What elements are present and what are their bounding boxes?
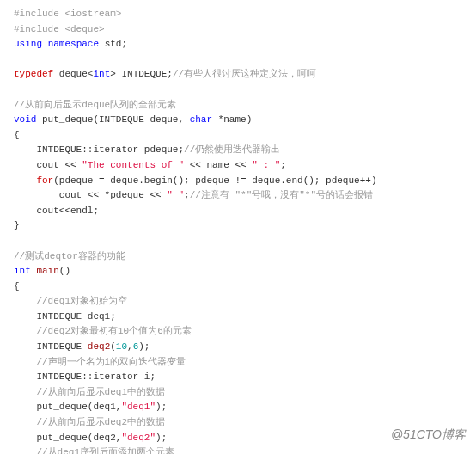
code-token: //从deq1序列后面添加两个元素	[36, 447, 174, 454]
code-token: );	[156, 402, 167, 412]
code-line: INTDEQUE::iterator pdeque;//仍然使用迭代器输出	[14, 143, 462, 158]
code-line	[14, 52, 462, 68]
code-token: char	[190, 114, 212, 125]
code-token: INTDEQUE::iterator pdeque;	[14, 144, 184, 155]
code-line: cout << "The contents of " << name << " …	[14, 158, 462, 174]
code-token: typedef	[14, 69, 53, 79]
code-token: );	[138, 341, 150, 352]
code-token: cout <<	[14, 160, 82, 170]
code-token: > INTDEQUE;	[110, 69, 173, 79]
code-token: //从前向后显示deq2中的数据	[36, 417, 165, 427]
code-line: void put_deque(INTDEQUE deque, char *nam…	[14, 113, 462, 128]
code-token: deq2	[88, 341, 110, 352]
code-token: ()	[59, 266, 70, 276]
code-line: INTDEQUE deq2(10,6);	[14, 340, 462, 355]
code-token: //仍然使用迭代器输出	[184, 144, 280, 155]
code-token: "The contents of "	[82, 160, 184, 170]
code-line: INTDEQUE deq1;	[14, 310, 462, 325]
code-token	[14, 326, 36, 336]
code-token: INTDEQUE	[14, 341, 88, 352]
code-token	[14, 387, 36, 397]
code-token: 10	[116, 341, 127, 352]
code-token: << name <<	[184, 160, 252, 170]
code-token: );	[156, 433, 167, 443]
code-line: INTDEQUE::iterator i;	[14, 370, 462, 385]
code-line: cout<<endl;	[14, 204, 462, 219]
code-token: main	[36, 266, 58, 276]
code-block: #include <iostream>#include <deque>using…	[14, 7, 462, 454]
code-token: " : "	[252, 160, 280, 170]
code-token: //从前向后显示deque队列的全部元素	[14, 100, 176, 110]
code-token: "deq2"	[121, 433, 156, 443]
code-token: ;	[280, 160, 286, 170]
code-token: " "	[167, 190, 184, 200]
code-line: for(pdeque = deque.begin(); pdeque != de…	[14, 174, 462, 189]
code-line: //从deq1序列后面添加两个元素	[14, 445, 462, 454]
code-token	[14, 447, 36, 454]
code-token: using	[14, 39, 42, 49]
code-token: //有些人很讨厌这种定义法，呵呵	[173, 69, 316, 79]
code-token: put_deque(INTDEQUE deque,	[36, 114, 189, 125]
code-token: put_deque(deq1,	[14, 402, 121, 412]
code-token: *name)	[212, 114, 252, 125]
code-token: cout << *pdeque <<	[14, 190, 167, 200]
code-line	[14, 234, 462, 249]
code-token: //声明一个名为i的双向迭代器变量	[36, 357, 186, 367]
code-token: deque<	[53, 69, 93, 79]
code-line: put_deque(deq1,"deq1");	[14, 400, 462, 415]
code-token: //deq2对象最初有10个值为6的元素	[36, 326, 191, 336]
code-token: ,	[127, 341, 133, 352]
code-token: #include <deque>	[14, 24, 105, 34]
code-token: //测试deqtor容器的功能	[14, 251, 125, 261]
code-token: {	[14, 130, 20, 140]
code-token: ;	[184, 190, 190, 200]
code-token: //deq1对象初始为空	[36, 296, 127, 306]
code-token: for	[36, 175, 53, 186]
code-token: //注意有 "*"号哦，没有"*"号的话会报错	[190, 190, 373, 200]
code-token: INTDEQUE deq1;	[14, 311, 116, 322]
code-token	[14, 357, 36, 367]
code-token: std;	[99, 39, 127, 49]
code-line: {	[14, 279, 462, 295]
code-line: //deq1对象初始为空	[14, 294, 462, 310]
code-token: //从前向后显示deq1中的数据	[36, 387, 165, 397]
code-token: INTDEQUE::iterator i;	[14, 371, 156, 382]
code-token	[14, 175, 36, 186]
code-token	[14, 417, 36, 427]
code-line: #include <deque>	[14, 22, 462, 38]
code-line: using namespace std;	[14, 37, 462, 52]
code-line: //deq2对象最初有10个值为6的元素	[14, 324, 462, 340]
code-line: #include <iostream>	[14, 7, 462, 22]
code-token: cout<<endl;	[14, 206, 99, 216]
code-token: }	[14, 220, 20, 230]
code-token: void	[14, 114, 36, 125]
code-token: {	[14, 281, 20, 291]
code-line: }	[14, 218, 462, 234]
code-token	[14, 296, 36, 306]
code-line	[14, 83, 462, 98]
code-token: (pdeque = deque.begin(); pdeque != deque…	[53, 175, 376, 186]
code-line: typedef deque<int> INTDEQUE;//有些人很讨厌这种定义…	[14, 67, 462, 83]
code-line: //从前向后显示deq1中的数据	[14, 385, 462, 401]
code-line: int main()	[14, 264, 462, 279]
code-token: namespace	[48, 39, 99, 49]
code-token: int	[93, 69, 110, 79]
code-token: put_deque(deq2,	[14, 433, 121, 443]
code-line: {	[14, 128, 462, 144]
code-token: "deq1"	[121, 402, 156, 412]
code-line: //声明一个名为i的双向迭代器变量	[14, 355, 462, 371]
code-line: //从前向后显示deque队列的全部元素	[14, 98, 462, 114]
code-line: cout << *pdeque << " ";//注意有 "*"号哦，没有"*"…	[14, 188, 462, 204]
code-line: //测试deqtor容器的功能	[14, 249, 462, 265]
watermark-text: @51CTO博客	[391, 425, 466, 444]
code-token: (	[110, 341, 116, 352]
code-token: #include <iostream>	[14, 9, 121, 19]
code-token	[42, 39, 48, 49]
code-token: int	[14, 266, 31, 276]
